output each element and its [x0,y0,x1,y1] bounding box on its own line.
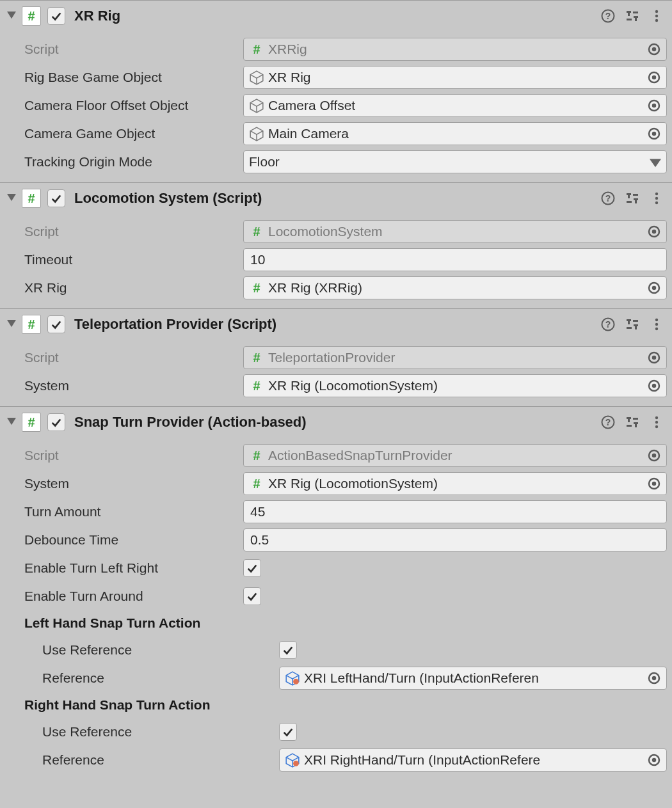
object-field[interactable]: # XR Rig (LocomotionSystem) [243,374,667,397]
number-input[interactable] [243,248,667,271]
script-icon: # [22,6,41,26]
svg-rect-35 [633,194,638,196]
object-picker-icon[interactable] [647,671,661,685]
prop-label: Turn Amount [5,504,243,519]
script-label: Script [5,42,243,57]
gameobject-icon [249,126,264,141]
preset-icon[interactable] [625,8,640,24]
object-picker-icon[interactable] [647,127,661,141]
number-input[interactable] [243,528,667,551]
svg-rect-4 [628,13,630,16]
checkbox[interactable] [279,723,297,741]
kebab-menu-icon[interactable] [649,191,664,206]
component-header[interactable]: # Teleportation Provider (Script) ? [0,309,672,340]
prop-label: Rig Base Game Object [5,70,243,85]
svg-point-42 [653,287,655,289]
component-header[interactable]: # XR Rig ? [0,1,672,31]
svg-point-11 [655,19,658,22]
svg-rect-8 [633,12,638,13]
kebab-menu-icon[interactable] [649,415,664,430]
script-label: Script [5,350,243,365]
foldout-toggle[interactable] [5,192,18,205]
checkbox[interactable] [243,559,261,577]
kebab-menu-icon[interactable] [649,317,664,332]
enable-checkbox[interactable] [47,189,65,207]
object-picker-icon[interactable] [647,753,661,767]
svg-text:?: ? [605,417,611,427]
svg-marker-0 [7,12,16,19]
svg-rect-34 [627,201,632,203]
svg-point-17 [653,76,655,79]
svg-point-56 [653,356,655,359]
prop-label: Use Reference [23,724,279,740]
prop-label: Camera Game Object [5,126,243,141]
preset-icon[interactable] [625,415,640,430]
component-header[interactable]: # Locomotion System (Script) ? [0,183,672,214]
svg-rect-67 [633,418,638,420]
object-picker-icon [647,448,661,463]
object-field[interactable]: # XR Rig (LocomotionSystem) [243,472,667,495]
svg-point-36 [655,193,658,195]
foldout-toggle[interactable] [5,10,18,22]
object-field[interactable]: XR Rig [243,66,667,89]
svg-rect-30 [627,193,631,195]
prop-label: Enable Turn Around [5,589,243,604]
enable-checkbox[interactable] [47,413,65,431]
dropdown-field[interactable]: Floor [243,150,667,173]
svg-rect-5 [634,16,638,18]
svg-rect-64 [634,422,638,424]
svg-marker-27 [7,194,16,201]
svg-point-84 [653,759,655,761]
checkbox[interactable] [243,587,261,605]
svg-point-68 [655,416,658,419]
svg-rect-46 [627,319,631,321]
object-picker-icon[interactable] [647,70,661,84]
object-field[interactable]: Main Camera [243,122,667,145]
script-hash-icon: # [249,448,264,463]
object-picker-icon[interactable] [647,477,661,491]
script-icon: # [22,413,41,432]
component-title: Snap Turn Provider (Action-based) [74,414,600,431]
checkbox[interactable] [279,641,297,659]
svg-point-9 [655,10,658,13]
help-icon[interactable]: ? [600,317,616,332]
component-header[interactable]: # Snap Turn Provider (Action-based) ? [0,407,672,438]
preset-icon[interactable] [625,317,640,332]
object-picker-icon[interactable] [647,281,661,295]
prop-label: System [5,476,243,491]
script-field: # XRRig [243,38,667,61]
object-field[interactable]: XRI RightHand/Turn (InputActionRefere [279,749,667,772]
svg-text:?: ? [605,319,611,329]
svg-rect-33 [635,200,637,203]
svg-rect-3 [627,11,631,13]
foldout-toggle[interactable] [5,318,18,331]
kebab-menu-icon[interactable] [649,8,664,24]
svg-point-54 [655,328,658,330]
component-teleportation-provider: # Teleportation Provider (Script) ? Scri… [0,308,672,407]
number-input[interactable] [243,500,667,523]
input-action-icon [285,670,300,686]
help-icon[interactable]: ? [600,415,616,430]
prop-label: Use Reference [23,642,279,658]
prop-label: System [5,378,243,393]
object-field[interactable]: XRI LeftHand/Turn (InputActionReferen [279,667,667,690]
chevron-down-icon [650,156,661,168]
enable-checkbox[interactable] [47,315,65,333]
component-title: Locomotion System (Script) [74,190,600,207]
help-icon[interactable]: ? [600,8,616,24]
object-picker-icon[interactable] [647,379,661,393]
foldout-toggle[interactable] [5,416,18,429]
svg-rect-63 [628,419,630,422]
input-action-icon [285,752,300,768]
object-field[interactable]: Camera Offset [243,94,667,117]
object-picker-icon[interactable] [647,99,661,113]
script-label: Script [5,224,243,239]
help-icon[interactable]: ? [600,191,616,206]
object-picker-icon [647,225,661,239]
svg-point-13 [653,48,655,51]
prop-label: XR Rig [5,280,243,296]
preset-icon[interactable] [625,191,640,206]
svg-point-10 [655,15,658,17]
object-field[interactable]: # XR Rig (XRRig) [243,276,667,299]
enable-checkbox[interactable] [47,7,65,25]
